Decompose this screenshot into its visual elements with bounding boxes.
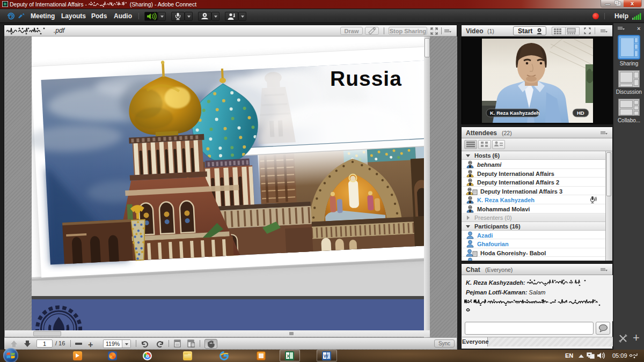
svg-text:HD: HD: [577, 110, 584, 116]
svg-text:K. Reza Kashyzadeh: K. Reza Kashyzadeh: [490, 110, 540, 116]
